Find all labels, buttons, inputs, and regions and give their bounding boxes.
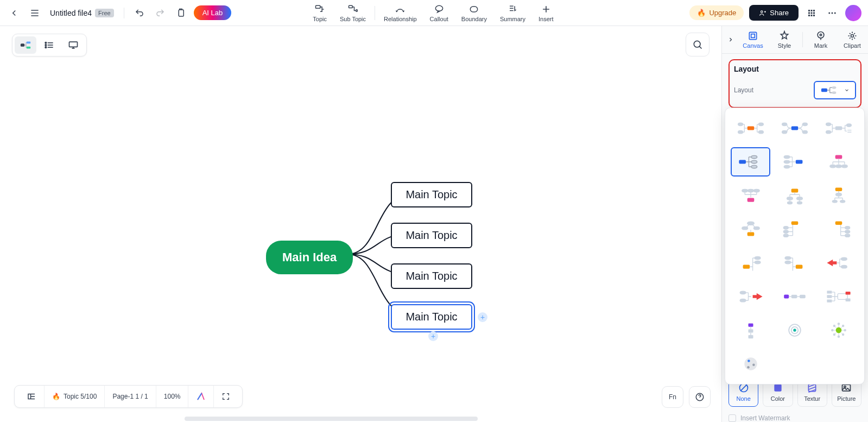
svg-point-76 <box>836 193 842 196</box>
avatar[interactable] <box>845 5 861 21</box>
tool-callout[interactable]: Callout <box>423 2 455 24</box>
layout-option-19[interactable] <box>731 316 770 345</box>
layout-option-10[interactable] <box>731 215 770 244</box>
topic-counter[interactable]: 🔥 Topic 5/100 <box>45 386 105 407</box>
tool-subtopic[interactable]: Sub Topic <box>333 2 372 24</box>
svg-rect-0 <box>179 10 183 16</box>
layout-option-13[interactable] <box>731 248 770 278</box>
svg-rect-103 <box>800 295 806 298</box>
layout-option-1[interactable] <box>731 114 770 143</box>
horizontal-scrollbar[interactable] <box>185 417 478 421</box>
layout-option-14[interactable] <box>775 248 814 278</box>
svg-point-92 <box>755 256 761 259</box>
undo-button[interactable] <box>132 5 147 21</box>
tool-insert[interactable]: Insert <box>532 2 560 24</box>
svg-point-51 <box>826 123 831 125</box>
menu-button[interactable] <box>27 5 42 21</box>
svg-point-64 <box>836 165 842 167</box>
svg-point-86 <box>783 234 788 237</box>
layout-option-11[interactable] <box>775 215 814 244</box>
main-topic-1[interactable]: Main Topic <box>391 182 472 207</box>
svg-point-79 <box>747 222 754 225</box>
layout-option-21[interactable] <box>819 316 859 345</box>
svg-rect-32 <box>821 89 827 92</box>
svg-rect-112 <box>748 335 753 338</box>
paste-button[interactable] <box>173 5 188 21</box>
tool-boundary[interactable]: Boundary <box>455 2 493 24</box>
layout-option-6[interactable] <box>819 147 859 177</box>
tool-label: Summary <box>500 16 525 22</box>
layout-option-12[interactable] <box>819 215 859 244</box>
layout-option-16[interactable] <box>731 282 770 311</box>
collapse-panel-button[interactable] <box>724 29 737 51</box>
svg-point-99 <box>740 291 746 294</box>
svg-point-53 <box>847 124 852 127</box>
ai-lab-button[interactable]: AI Lab <box>194 5 232 20</box>
svg-rect-28 <box>751 34 755 38</box>
canvas[interactable]: Main Idea Main Topic Main Topic Main Top… <box>0 26 721 422</box>
layout-option-17[interactable] <box>775 282 814 311</box>
svg-rect-8 <box>811 10 813 11</box>
layout-option-3[interactable] <box>819 114 859 143</box>
watermark-row[interactable]: Insert Watermark <box>728 414 861 422</box>
theme-button[interactable] <box>188 386 214 407</box>
tool-relationship[interactable]: Relationship <box>377 2 423 24</box>
add-child-handle[interactable]: + <box>428 331 438 341</box>
layout-dropdown[interactable] <box>814 81 856 99</box>
title-block[interactable]: Untitled file4 Free <box>50 9 114 17</box>
svg-point-117 <box>838 323 840 325</box>
svg-point-16 <box>828 12 830 14</box>
layout-option-18[interactable] <box>819 282 859 311</box>
redo-button[interactable] <box>153 5 168 21</box>
help-button[interactable] <box>689 386 711 408</box>
back-button[interactable] <box>7 5 22 21</box>
layout-option-2[interactable] <box>775 114 814 143</box>
svg-point-120 <box>844 329 847 332</box>
tab-clipart[interactable]: Clipart <box>837 27 868 52</box>
main-topic-2[interactable]: Main Topic <box>391 223 472 248</box>
fn-button[interactable]: Fn <box>662 386 683 408</box>
svg-point-29 <box>818 32 824 39</box>
tool-label: Relationship <box>384 16 417 22</box>
layout-option-7[interactable] <box>731 181 770 210</box>
svg-point-73 <box>787 201 792 204</box>
outline-toggle[interactable] <box>19 386 45 407</box>
more-button[interactable] <box>825 5 840 21</box>
svg-point-41 <box>738 123 743 125</box>
main-topic-3[interactable]: Main Topic <box>391 263 472 289</box>
add-sibling-handle[interactable]: + <box>478 312 487 322</box>
top-bar: Untitled file4 Free AI Lab Topic Sub Top… <box>0 0 868 26</box>
layout-option-22[interactable] <box>731 349 770 379</box>
central-topic[interactable]: Main Idea <box>266 241 353 274</box>
svg-point-78 <box>840 200 845 203</box>
layout-option-20[interactable] <box>775 316 814 345</box>
tool-summary[interactable]: Summary <box>493 2 532 24</box>
svg-point-67 <box>747 189 753 192</box>
layout-option-4-selected[interactable] <box>731 147 770 177</box>
svg-point-56 <box>751 160 757 163</box>
apps-button[interactable] <box>804 5 819 21</box>
zoom-indicator[interactable]: 100% <box>156 386 189 407</box>
svg-point-100 <box>740 299 746 302</box>
upgrade-button[interactable]: 🔥 Upgrade <box>689 5 744 20</box>
tab-mark[interactable]: Mark <box>805 27 837 52</box>
tab-style[interactable]: Style <box>769 27 800 52</box>
topic-count-text: Topic 5/100 <box>64 393 97 400</box>
layout-option-5[interactable] <box>775 147 814 177</box>
svg-point-57 <box>751 165 757 168</box>
layout-option-8[interactable] <box>775 181 814 210</box>
main-topic-4-selected[interactable]: Main Topic <box>391 304 472 330</box>
page-indicator[interactable]: Page-1 1 / 1 <box>105 386 156 407</box>
share-button[interactable]: Share <box>749 5 799 21</box>
svg-rect-10 <box>808 12 810 14</box>
fullscreen-button[interactable] <box>214 386 238 407</box>
layout-label: Layout <box>734 86 753 94</box>
svg-point-97 <box>841 257 847 260</box>
tab-canvas[interactable]: Canvas <box>737 27 769 52</box>
tool-topic[interactable]: Topic <box>306 2 333 24</box>
layout-option-15[interactable] <box>819 248 859 278</box>
layout-option-9[interactable] <box>819 181 859 210</box>
svg-rect-75 <box>835 188 842 191</box>
status-bar: 🔥 Topic 5/100 Page-1 1 / 1 100% <box>14 385 243 408</box>
svg-point-63 <box>830 165 836 167</box>
